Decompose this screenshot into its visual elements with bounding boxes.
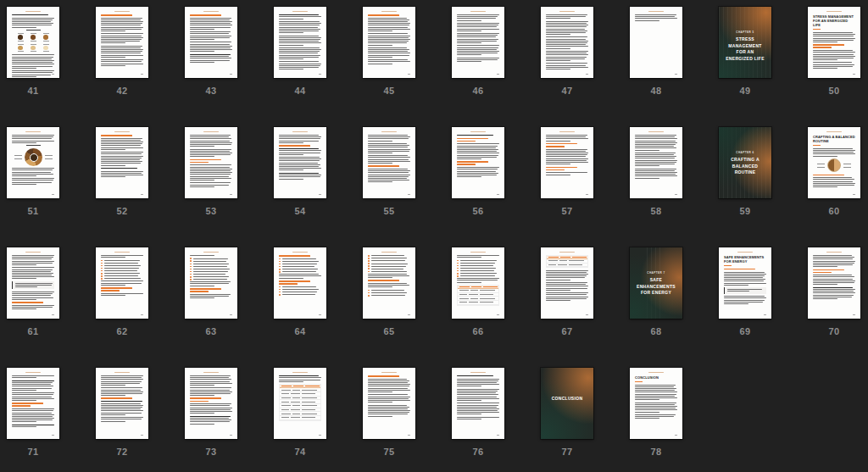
page-thumbnail[interactable] (452, 7, 504, 78)
page-thumbnail[interactable] (7, 247, 59, 319)
page-thumbnail[interactable]: STRESS MANAGEMENT FOR AN ENERGIZED LIFE (808, 7, 860, 78)
page-number-placeholder (408, 435, 410, 436)
text-line (368, 49, 409, 50)
text-line (368, 59, 408, 60)
page-thumbnail[interactable] (96, 368, 148, 439)
page-number-label: 62 (117, 326, 128, 336)
diagram-labels-left (817, 164, 825, 168)
paragraph-placeholder (546, 36, 588, 48)
page-thumbnail[interactable] (630, 127, 682, 198)
paragraph-placeholder (190, 375, 232, 386)
page-thumbnail[interactable]: CHAPTER 6CRAFTING A BALANCED ROUTINE (719, 127, 771, 198)
page-thumbnail[interactable] (541, 7, 593, 78)
text-line (101, 408, 141, 409)
page-title-text: CONCLUSION (635, 375, 677, 380)
text-line (190, 149, 231, 150)
paragraph-placeholder (635, 403, 677, 413)
text-line (813, 292, 855, 293)
text-line (101, 173, 142, 174)
page-thumbnail[interactable]: CHAPTER 5STRESS MANAGEMENT FOR AN ENERGI… (719, 7, 771, 78)
page-thumbnail[interactable] (541, 127, 593, 198)
page-thumbnail[interactable] (452, 127, 504, 198)
bullet-item (190, 276, 232, 278)
text-line (279, 138, 320, 139)
swatch-circle (31, 46, 36, 51)
page-thumbnail[interactable] (363, 368, 415, 439)
paragraph-placeholder (101, 293, 143, 296)
bullet-item (190, 271, 232, 273)
text-line (12, 255, 54, 256)
bullet-text-line (282, 261, 319, 262)
text-line (546, 154, 587, 155)
page-thumbnail[interactable] (274, 368, 326, 439)
page-thumbnail[interactable] (7, 127, 59, 198)
running-header-placeholder (470, 252, 486, 253)
paragraph-placeholder (368, 394, 410, 403)
page-thumbnail[interactable]: CHAPTER 7SAFE ENHANCEMENTS FOR ENERGY (630, 247, 682, 319)
page-thumbnail[interactable] (96, 7, 148, 78)
bullet-item (101, 278, 143, 280)
page-thumbnail[interactable] (185, 7, 237, 78)
table-cell (302, 414, 317, 414)
page-thumbnail[interactable] (185, 368, 237, 439)
bullet-item (457, 265, 499, 267)
page-thumbnail[interactable] (363, 7, 415, 78)
paragraph-placeholder (813, 32, 855, 42)
page-thumbnail[interactable] (7, 7, 59, 78)
page-thumbnail[interactable] (363, 247, 415, 319)
page-thumbnail[interactable]: SAFE ENHANCEMENTS FOR ENERGY (719, 247, 771, 319)
page-thumbnail[interactable] (452, 247, 504, 319)
page-thumbnail[interactable] (7, 368, 59, 439)
page-thumbnail[interactable] (185, 247, 237, 319)
text-line (368, 382, 408, 383)
page-thumbnail[interactable]: CRAFTING A BALANCED ROUTINE (808, 127, 860, 198)
text-line (368, 275, 409, 276)
page-number-placeholder (230, 314, 232, 315)
table-cell (548, 260, 559, 261)
page-thumbnail[interactable] (274, 127, 326, 198)
table-cell (569, 260, 584, 261)
text-line (12, 258, 52, 259)
text-line (724, 302, 763, 303)
label-line (14, 155, 22, 156)
bullet-icon (457, 275, 459, 277)
page-number-label: 71 (28, 447, 39, 457)
text-line (813, 40, 854, 41)
page-thumbnail[interactable] (363, 127, 415, 198)
bullet-text-line (371, 255, 405, 256)
page-thumbnail[interactable] (452, 368, 504, 439)
text-line (457, 20, 481, 21)
page-thumbnail[interactable] (185, 127, 237, 198)
bullet-text-line (193, 271, 228, 272)
text-line (724, 297, 766, 298)
table-cell (291, 417, 300, 418)
table-cell (459, 298, 470, 299)
text-line (190, 47, 231, 48)
page-number-placeholder (141, 435, 143, 436)
paragraph-placeholder (12, 168, 54, 176)
table-cell (470, 290, 478, 291)
text-line (101, 158, 142, 158)
page-number-label: 63 (206, 326, 217, 336)
page-thumbnail[interactable] (630, 7, 682, 78)
page-thumbnail[interactable]: CONCLUSION (630, 368, 682, 439)
page-thumbnail[interactable] (808, 247, 860, 319)
page-thumbnail[interactable] (274, 7, 326, 78)
running-header-placeholder (470, 131, 486, 132)
text-line (724, 275, 765, 276)
text-line (813, 62, 852, 63)
paragraph-placeholder (457, 379, 499, 387)
text-line (101, 57, 125, 58)
page-thumbnail[interactable] (541, 247, 593, 319)
text-line (457, 41, 497, 42)
table-cell (459, 294, 468, 295)
section-heading-placeholder (190, 288, 232, 292)
text-line (279, 175, 321, 175)
page-thumbnail[interactable] (96, 247, 148, 319)
page-thumbnail[interactable]: CONCLUSION (541, 368, 593, 439)
text-line (635, 169, 676, 169)
page-thumbnail[interactable] (96, 127, 148, 198)
paragraph-placeholder (12, 392, 54, 401)
chapter-cover-title: CRAFTING A BALANCED ROUTINE (723, 157, 767, 176)
page-thumbnail[interactable] (274, 247, 326, 319)
